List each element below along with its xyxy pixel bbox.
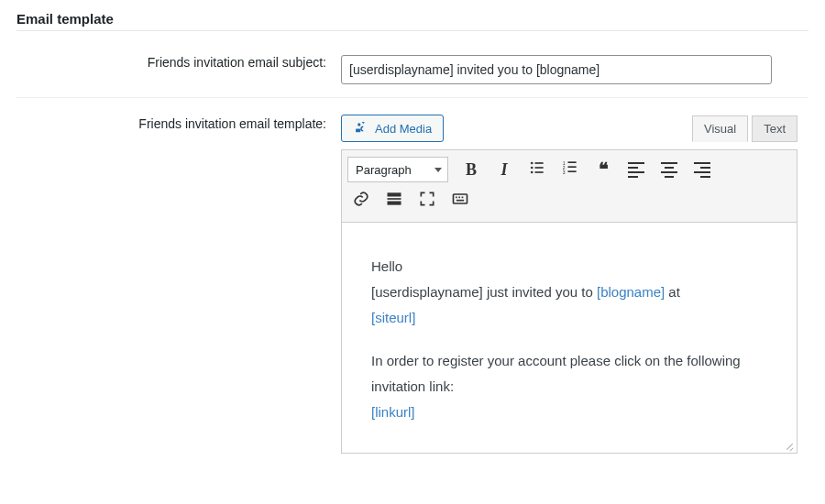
tab-text[interactable]: Text — [752, 115, 798, 142]
svg-rect-1 — [356, 128, 360, 132]
svg-rect-9 — [568, 161, 577, 163]
svg-rect-16 — [388, 202, 402, 205]
align-center-icon — [661, 162, 677, 178]
add-media-button[interactable]: Add Media — [341, 115, 444, 142]
svg-point-0 — [358, 123, 360, 126]
placeholder-siteurl[interactable]: [siteurl] — [371, 310, 415, 325]
section-heading: Email template — [16, 11, 808, 31]
bold-button[interactable]: B — [457, 156, 485, 183]
body-line1-pre: [userdisplayname] just invited you to — [371, 284, 597, 300]
svg-point-4 — [531, 167, 534, 170]
label-email-template: Friends invitation email template: — [16, 98, 336, 472]
quote-icon: ❝ — [599, 159, 609, 181]
svg-rect-15 — [388, 198, 402, 200]
read-more-icon — [385, 190, 403, 212]
tab-visual[interactable]: Visual — [692, 115, 748, 142]
svg-rect-5 — [535, 167, 544, 169]
align-left-button[interactable] — [622, 156, 650, 183]
editor-toolbar: Paragraph B I — [341, 149, 798, 223]
align-right-icon — [694, 162, 710, 178]
list-ol-icon: 123 — [561, 159, 579, 181]
resize-handle[interactable] — [783, 439, 795, 451]
list-ul-icon — [528, 159, 546, 181]
format-select[interactable]: Paragraph — [347, 157, 448, 182]
svg-point-2 — [531, 162, 534, 165]
format-select-value: Paragraph — [356, 163, 412, 177]
link-icon — [352, 190, 370, 212]
svg-rect-19 — [458, 197, 460, 199]
label-email-subject: Friends invitation email subject: — [16, 42, 336, 98]
svg-rect-13 — [568, 170, 577, 172]
bulleted-list-button[interactable] — [523, 156, 551, 183]
numbered-list-button[interactable]: 123 — [556, 156, 584, 183]
svg-text:3: 3 — [563, 170, 566, 175]
chevron-down-icon — [434, 168, 442, 172]
svg-rect-3 — [535, 162, 544, 164]
italic-button[interactable]: I — [490, 156, 518, 183]
align-center-button[interactable] — [655, 156, 683, 183]
body-para2: In order to register your account please… — [371, 353, 741, 394]
svg-rect-18 — [456, 197, 457, 199]
svg-rect-7 — [535, 171, 544, 173]
align-left-icon — [628, 162, 644, 178]
svg-point-6 — [531, 171, 534, 174]
toolbar-toggle-button[interactable] — [446, 187, 474, 214]
body-greeting: Hello — [371, 258, 402, 274]
media-icon — [353, 119, 369, 138]
add-media-label: Add Media — [375, 122, 432, 136]
keyboard-icon — [451, 190, 469, 212]
align-right-button[interactable] — [688, 156, 716, 183]
svg-rect-21 — [456, 200, 464, 202]
svg-rect-20 — [462, 197, 464, 199]
placeholder-blogname[interactable]: [blogname] — [597, 284, 665, 300]
svg-rect-11 — [568, 166, 577, 168]
body-line1-post: at — [665, 284, 680, 300]
svg-rect-17 — [454, 194, 468, 203]
read-more-button[interactable] — [380, 187, 408, 214]
editor-content[interactable]: Hello [userdisplayname] just invited you… — [341, 223, 798, 454]
fullscreen-icon — [418, 190, 436, 212]
fullscreen-button[interactable] — [413, 187, 441, 214]
blockquote-button[interactable]: ❝ — [589, 156, 617, 183]
placeholder-linkurl[interactable]: [linkurl] — [371, 404, 415, 420]
svg-rect-14 — [388, 192, 402, 196]
link-button[interactable] — [347, 187, 375, 214]
email-subject-input[interactable] — [341, 55, 772, 84]
